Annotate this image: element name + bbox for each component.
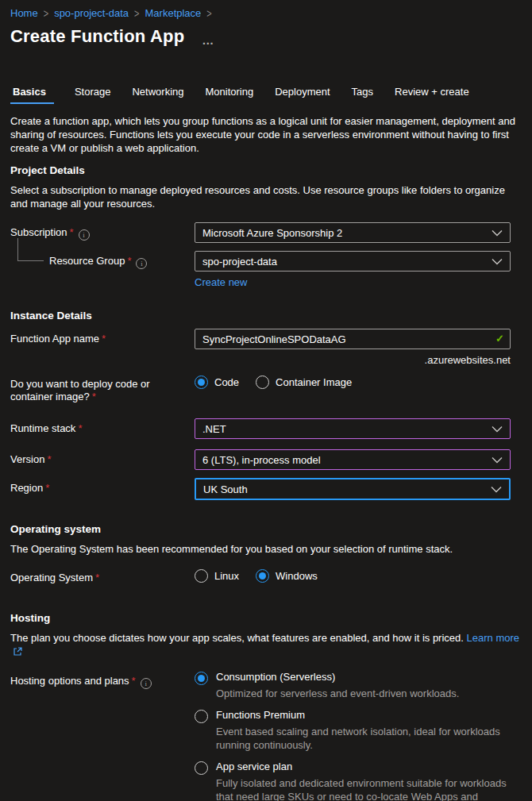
runtime-stack-label-text: Runtime stack: [10, 422, 75, 434]
chevron-down-icon: [492, 258, 503, 265]
function-app-name-row: Function App name* ✓ .azurewebsites.net: [10, 329, 521, 366]
deploy-mode-label: Do you want to deploy code or container …: [10, 374, 195, 403]
breadcrumb-marketplace[interactable]: Marketplace: [145, 7, 202, 19]
tab-tags[interactable]: Tags: [351, 86, 374, 104]
page-title: Create Function App: [10, 26, 184, 46]
required-asterisk: *: [92, 391, 96, 402]
runtime-stack-row: Runtime stack* .NET: [10, 418, 521, 439]
required-asterisk: *: [78, 422, 82, 434]
resource-group-label: Resource Group*: [10, 251, 195, 269]
radio-windows-label: Windows: [276, 570, 318, 582]
chevron-down-icon: [492, 456, 503, 464]
version-row: Version* 6 (LTS), in-process model: [10, 449, 521, 470]
hosting-options-row: Hosting options and plans* Consumption (…: [10, 671, 521, 801]
required-asterisk: *: [102, 333, 106, 345]
radio-functions-premium[interactable]: Functions Premium Event based scaling an…: [195, 709, 511, 752]
resource-group-value: spo-project-data: [202, 256, 277, 268]
info-icon[interactable]: [141, 678, 152, 689]
operating-system-radio-group: Linux Windows: [195, 568, 511, 583]
operating-system-heading: Operating system: [10, 523, 521, 535]
hosting-option-title: Functions Premium: [216, 709, 511, 722]
resource-group-dropdown[interactable]: spo-project-data: [195, 251, 511, 271]
radio-button-icon: [256, 569, 269, 583]
breadcrumb-resource-group[interactable]: spo-project-data: [54, 7, 129, 19]
region-label-text: Region: [10, 482, 43, 494]
radio-consumption-serverless[interactable]: Consumption (Serverless) Optimized for s…: [195, 671, 511, 700]
operating-system-description: The Operating System has been recommende…: [10, 542, 521, 556]
radio-windows[interactable]: Windows: [256, 569, 318, 583]
hosting-heading: Hosting: [10, 612, 521, 624]
subscription-dropdown[interactable]: Microsoft Azure Sponsorship 2: [195, 222, 511, 243]
create-function-app-page: Home > spo-project-data > Marketplace > …: [0, 0, 532, 801]
tab-deployment[interactable]: Deployment: [274, 86, 330, 104]
radio-code-label: Code: [214, 376, 239, 388]
intro-text: Create a function app, which lets you gr…: [10, 114, 521, 155]
operating-system-label-text: Operating System: [10, 572, 93, 583]
wizard-tabs: Basics Storage Networking Monitoring Dep…: [10, 86, 521, 104]
radio-button-icon: [195, 569, 208, 583]
info-icon[interactable]: [136, 258, 147, 269]
hosting-options-group: Consumption (Serverless) Optimized for s…: [195, 671, 511, 801]
breadcrumb-separator-icon: >: [44, 7, 48, 19]
tab-storage[interactable]: Storage: [74, 86, 112, 104]
resource-group-row: Resource Group* spo-project-data Create …: [10, 251, 521, 288]
hosting-option-description: Event based scaling and network isolatio…: [216, 725, 511, 752]
deploy-mode-row: Do you want to deploy code or container …: [10, 374, 521, 403]
subscription-row: Subscription* Microsoft Azure Sponsorshi…: [10, 222, 521, 243]
hosting-description-text: The plan you choose dictates how your ap…: [10, 632, 464, 644]
function-app-name-input[interactable]: [195, 329, 511, 349]
tree-connector-line: [17, 238, 44, 261]
radio-linux[interactable]: Linux: [195, 569, 239, 583]
region-row: Region* UK South: [10, 478, 521, 500]
tab-networking[interactable]: Networking: [131, 86, 184, 104]
domain-suffix: .azurewebsites.net: [195, 354, 511, 366]
more-options-icon[interactable]: …: [202, 35, 214, 46]
info-icon[interactable]: [79, 229, 90, 241]
breadcrumb-separator-icon: >: [206, 7, 211, 19]
tab-basics[interactable]: Basics: [10, 86, 54, 104]
operating-system-row: Operating System* Linux Windows: [10, 568, 521, 584]
resource-group-label-text: Resource Group*: [49, 255, 147, 267]
radio-button-icon: [195, 761, 208, 775]
deploy-mode-radio-group: Code Container Image: [195, 374, 511, 389]
region-value: UK South: [203, 483, 248, 495]
region-dropdown[interactable]: UK South: [195, 478, 511, 500]
radio-app-service-plan[interactable]: App service plan Fully isolated and dedi…: [195, 761, 511, 801]
chevron-down-icon: [492, 229, 503, 237]
create-new-link[interactable]: Create new: [195, 276, 247, 288]
instance-details-heading: Instance Details: [10, 310, 521, 322]
external-link-icon: [13, 647, 22, 656]
radio-linux-label: Linux: [214, 570, 239, 582]
runtime-stack-dropdown[interactable]: .NET: [195, 418, 511, 439]
radio-button-icon: [195, 672, 208, 685]
hosting-options-label-text: Hosting options and plans: [10, 675, 129, 687]
project-details-description: Select a subscription to manage deployed…: [10, 183, 521, 210]
chevron-down-icon: [491, 486, 502, 493]
version-dropdown[interactable]: 6 (LTS), in-process model: [195, 449, 511, 470]
hosting-description: The plan you choose dictates how your ap…: [10, 631, 521, 658]
version-label-text: Version: [10, 453, 44, 465]
runtime-stack-label: Runtime stack*: [10, 418, 195, 435]
tab-monitoring[interactable]: Monitoring: [205, 86, 255, 104]
subscription-label-text: Subscription: [10, 226, 67, 238]
required-asterisk: *: [47, 453, 51, 465]
tab-review-create[interactable]: Review + create: [394, 86, 470, 104]
hosting-option-title: Consumption (Serverless): [216, 671, 459, 684]
radio-container-image[interactable]: Container Image: [256, 375, 352, 389]
radio-button-icon: [195, 375, 208, 389]
breadcrumb-home[interactable]: Home: [10, 7, 38, 19]
hosting-options-label: Hosting options and plans*: [10, 671, 195, 689]
radio-code[interactable]: Code: [195, 375, 239, 389]
radio-button-icon: [256, 375, 269, 389]
runtime-stack-value: .NET: [202, 423, 226, 435]
valid-check-icon: ✓: [495, 333, 504, 345]
breadcrumb: Home > spo-project-data > Marketplace >: [10, 7, 521, 19]
deploy-mode-label-text: Do you want to deploy code or container …: [10, 378, 150, 402]
version-value: 6 (LTS), in-process model: [202, 454, 321, 466]
hosting-option-title: App service plan: [216, 761, 511, 773]
required-asterisk: *: [132, 675, 136, 687]
hosting-option-description: Optimized for serverless and event-drive…: [216, 687, 459, 700]
radio-button-icon: [195, 710, 208, 723]
chevron-down-icon: [492, 426, 503, 433]
function-app-name-label-text: Function App name: [10, 333, 99, 345]
